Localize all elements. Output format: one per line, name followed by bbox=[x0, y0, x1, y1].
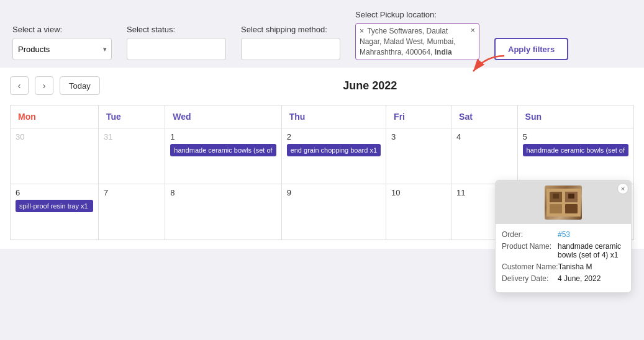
apply-filter-group: Apply filters bbox=[494, 38, 568, 60]
customer-value: Tanisha M bbox=[558, 262, 625, 271]
apply-filters-button[interactable]: Apply filters bbox=[494, 38, 568, 60]
status-filter-group: Select status: bbox=[127, 25, 226, 60]
event-pill[interactable]: end grain chopping board x1 bbox=[287, 144, 381, 156]
calendar-cell-30: 30 bbox=[11, 128, 99, 184]
filters-row: Select a view: Products ▾ Select status:… bbox=[12, 10, 632, 60]
pickup-close-button[interactable]: × bbox=[469, 26, 476, 34]
status-input[interactable] bbox=[127, 38, 226, 60]
cell-date: 2 bbox=[287, 132, 381, 141]
view-label: Select a view: bbox=[12, 25, 112, 34]
customer-label: Customer Name: bbox=[502, 262, 558, 271]
calendar-cell-8: 8 bbox=[165, 184, 281, 240]
cell-date: 1 bbox=[170, 132, 276, 141]
popup-order-row: Order: #53 bbox=[502, 230, 625, 239]
calendar-cell-3: 3 bbox=[386, 128, 451, 184]
cell-date: 6 bbox=[16, 188, 93, 197]
pickup-remove-icon[interactable]: × bbox=[360, 27, 364, 35]
order-popup-card: × Order: #53 Product Name: handmade cera… bbox=[495, 180, 632, 293]
svg-rect-5 bbox=[565, 204, 578, 213]
cell-date: 31 bbox=[104, 132, 160, 141]
pickup-filter-group: Select Pickup location: × Tyche Software… bbox=[355, 10, 479, 60]
month-title: June 2022 bbox=[106, 79, 634, 92]
pickup-location-text: Tyche Softwares, Daulat Nagar, Malad Wes… bbox=[360, 27, 456, 56]
calendar-cell-31: 31 bbox=[98, 128, 165, 184]
day-header-sun: Sun bbox=[517, 105, 633, 128]
product-name-value: handmade ceramic bowls (set of 4) x1 bbox=[558, 242, 625, 259]
day-header-mon: Mon bbox=[11, 105, 99, 128]
page-wrapper: Select a view: Products ▾ Select status:… bbox=[0, 0, 644, 340]
popup-product-image: × bbox=[496, 181, 631, 224]
view-select-wrapper[interactable]: Products ▾ bbox=[12, 38, 112, 60]
pickup-location-box[interactable]: × Tyche Softwares, Daulat Nagar, Malad W… bbox=[355, 23, 479, 60]
popup-product-row: Product Name: handmade ceramic bowls (se… bbox=[502, 242, 625, 259]
cell-date: 9 bbox=[287, 188, 381, 197]
calendar-cell-1: 1 handmade ceramic bowls (set of bbox=[165, 128, 281, 184]
cell-date: 7 bbox=[104, 188, 160, 197]
cell-date: 5 bbox=[523, 132, 628, 141]
filters-section: Select a view: Products ▾ Select status:… bbox=[0, 0, 644, 68]
calendar-cell-7: 7 bbox=[98, 184, 165, 240]
prev-month-button[interactable]: ‹ bbox=[10, 76, 29, 95]
svg-rect-7 bbox=[568, 194, 574, 199]
status-label: Select status: bbox=[127, 25, 226, 34]
delivery-value: 4 June, 2022 bbox=[558, 274, 625, 283]
next-month-button[interactable]: › bbox=[35, 76, 53, 95]
calendar-header: ‹ › Today June 2022 bbox=[10, 76, 634, 95]
calendar-cell-5: 5 handmade ceramic bowls (set of bbox=[517, 128, 633, 184]
day-header-tue: Tue bbox=[98, 105, 165, 128]
pickup-location-content: × Tyche Softwares, Daulat Nagar, Malad W… bbox=[360, 26, 464, 57]
svg-rect-6 bbox=[553, 194, 559, 199]
event-pill[interactable]: handmade ceramic bowls (set of bbox=[170, 144, 276, 156]
day-header-wed: Wed bbox=[165, 105, 281, 128]
cell-date: 30 bbox=[16, 132, 93, 141]
view-filter-group: Select a view: Products ▾ bbox=[12, 25, 112, 60]
popup-customer-row: Customer Name: Tanisha M bbox=[502, 262, 625, 271]
order-label: Order: bbox=[502, 230, 558, 239]
day-header-sat: Sat bbox=[451, 105, 518, 128]
event-pill[interactable]: handmade ceramic bowls (set of bbox=[523, 144, 628, 156]
popup-body: Order: #53 Product Name: handmade cerami… bbox=[496, 224, 631, 292]
cell-date: 8 bbox=[170, 188, 276, 197]
calendar-header-row: Mon Tue Wed Thu Fri Sat Sun bbox=[11, 105, 634, 128]
day-header-thu: Thu bbox=[281, 105, 386, 128]
shipping-input[interactable] bbox=[241, 38, 340, 60]
calendar-cell-2: 2 end grain chopping board x1 bbox=[281, 128, 386, 184]
calendar-cell-10: 10 bbox=[386, 184, 451, 240]
order-value[interactable]: #53 bbox=[558, 230, 625, 239]
shipping-filter-group: Select shipping method: bbox=[241, 25, 340, 60]
pickup-label: Select Pickup location: bbox=[355, 10, 479, 19]
table-row: 30 31 1 handmade ceramic bowls (set of 2… bbox=[11, 128, 634, 184]
calendar-cell-4: 4 bbox=[451, 128, 518, 184]
product-name-label: Product Name: bbox=[502, 242, 558, 259]
today-button[interactable]: Today bbox=[60, 76, 100, 95]
product-thumbnail bbox=[545, 186, 582, 220]
delivery-label: Delivery Date: bbox=[502, 274, 558, 283]
day-header-fri: Fri bbox=[386, 105, 451, 128]
cell-date: 10 bbox=[391, 188, 446, 197]
view-select[interactable]: Products bbox=[12, 38, 112, 60]
calendar-cell-6: 6 spill-proof resin tray x1 bbox=[11, 184, 99, 240]
popup-delivery-row: Delivery Date: 4 June, 2022 bbox=[502, 274, 625, 283]
cell-date: 4 bbox=[456, 132, 512, 141]
event-pill[interactable]: spill-proof resin tray x1 bbox=[16, 200, 93, 212]
cell-date: 3 bbox=[391, 132, 446, 141]
shipping-label: Select shipping method: bbox=[241, 25, 340, 34]
svg-rect-4 bbox=[550, 204, 562, 213]
calendar-cell-9: 9 bbox=[281, 184, 386, 240]
popup-close-button[interactable]: × bbox=[617, 183, 628, 194]
